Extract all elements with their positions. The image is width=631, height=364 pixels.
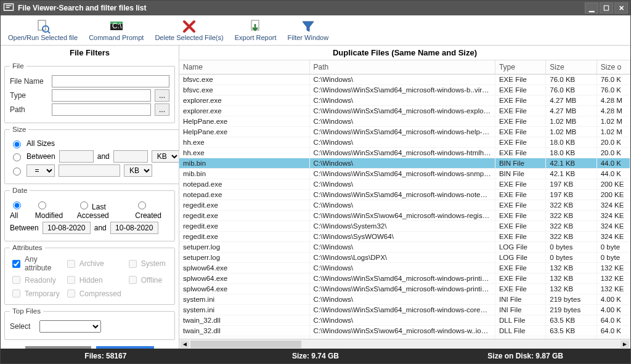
close-button[interactable]: ✕ — [614, 2, 628, 14]
size-cmp-select[interactable]: = — [26, 164, 55, 177]
archive-label: Archive — [79, 259, 104, 268]
date-modified-radio[interactable] — [38, 201, 46, 209]
all-sizes-radio[interactable] — [13, 140, 21, 148]
readonly-check[interactable] — [12, 276, 20, 284]
date-created-radio[interactable] — [138, 201, 146, 209]
horizontal-scrollbar[interactable]: ◄ ► — [179, 339, 630, 349]
any-attribute-check[interactable] — [12, 260, 20, 268]
scroll-track[interactable] — [190, 341, 619, 348]
table-row[interactable]: setuperr.logC:\Windows\LOG File0 bytes0 … — [179, 242, 630, 253]
temporary-check[interactable] — [12, 289, 20, 297]
date-accessed-radio[interactable] — [80, 201, 88, 209]
cell-path: C:\Windows\ — [309, 137, 495, 148]
size-cmp-radio[interactable] — [13, 168, 21, 176]
command-prompt-label: Command Prompt — [89, 34, 144, 41]
cell-disk: 44.0 K — [596, 158, 630, 169]
scroll-thumb[interactable] — [190, 341, 301, 348]
file-name-input[interactable] — [52, 75, 169, 87]
cell-size: 18.0 KB — [546, 148, 596, 158]
table-row[interactable]: splwow64.exeC:\Windows\WinSxS\amd64_micr… — [179, 273, 630, 284]
size-from-input[interactable] — [59, 150, 94, 163]
type-browse-button[interactable]: ... — [155, 89, 169, 102]
cell-type: EXE File — [495, 263, 545, 273]
size-unit-select-1[interactable]: KB — [152, 150, 179, 163]
cell-disk: 324 KE — [596, 232, 630, 242]
size-unit-select-2[interactable]: KB — [124, 164, 152, 177]
table-row[interactable]: bfsvc.exeC:\Windows\WinSxS\amd64_microso… — [179, 85, 630, 95]
open-run-button[interactable]: Open/Run Selected file — [4, 18, 81, 42]
cell-disk: 324 KE — [596, 221, 630, 232]
table-row[interactable]: system.iniC:\Windows\INI File219 bytes4.… — [179, 294, 630, 305]
cell-size: 322 KB — [546, 221, 596, 232]
maximize-button[interactable]: ☐ — [600, 2, 613, 14]
table-row[interactable]: mib.binC:\Windows\BIN File42.1 KB44.0 K — [179, 158, 630, 169]
cell-type: EXE File — [495, 148, 545, 158]
system-label: System — [141, 259, 166, 268]
funnel-icon — [301, 19, 316, 34]
delete-selected-label: Delete Selected File(s) — [155, 34, 223, 41]
size-to-input[interactable] — [113, 150, 148, 163]
col-size[interactable]: Size — [546, 60, 596, 75]
scroll-right-icon[interactable]: ► — [621, 341, 629, 348]
cell-type: INI File — [495, 294, 545, 305]
table-row[interactable]: notepad.exeC:\Windows\EXE File197 KB200 … — [179, 179, 630, 190]
cell-path: C:\Windows\WinSxS\amd64_microsoft-window… — [309, 169, 495, 179]
offline-check[interactable] — [129, 276, 137, 284]
path-input[interactable] — [52, 103, 151, 116]
date-from-input[interactable] — [43, 222, 91, 234]
cell-path: C:\Windows\WinSxS\amd64_microsoft-window… — [309, 85, 495, 95]
table-row[interactable]: twain_32.dllC:\Windows\WinSxS\wow64_micr… — [179, 326, 630, 336]
cell-type: EXE File — [495, 75, 545, 85]
col-name[interactable]: Name — [179, 60, 309, 75]
date-to-input[interactable] — [110, 222, 158, 234]
table-row[interactable]: regedit.exeC:\Windows\System32\EXE File3… — [179, 221, 630, 232]
cell-size: 76.0 KB — [546, 75, 596, 85]
path-browse-button[interactable]: ... — [155, 103, 169, 116]
table-row[interactable]: splwow64.exeC:\Windows\EXE File132 KB132… — [179, 263, 630, 273]
col-type[interactable]: Type — [495, 60, 545, 75]
table-wrap[interactable]: Name Path Type Size Size o bfsvc.exeC:\W… — [179, 60, 630, 339]
size-cmp-input[interactable] — [59, 164, 120, 177]
table-row[interactable]: twain_32.dllC:\Windows\DLL File63.5 KB64… — [179, 315, 630, 326]
filter-window-button[interactable]: Filter Window — [284, 18, 333, 42]
cell-type: LOG File — [495, 253, 545, 263]
col-size-disk[interactable]: Size o — [596, 60, 630, 75]
table-row[interactable]: hh.exeC:\Windows\EXE File18.0 KB20.0 K — [179, 137, 630, 148]
archive-check[interactable] — [67, 260, 75, 268]
export-report-button[interactable]: Export Report — [231, 18, 280, 42]
col-path[interactable]: Path — [309, 60, 495, 75]
cell-name: regedit.exe — [179, 211, 309, 221]
scroll-left-icon[interactable]: ◄ — [181, 341, 189, 348]
table-row[interactable]: explorer.exeC:\Windows\WinSxS\amd64_micr… — [179, 106, 630, 116]
table-row[interactable]: HelpPane.exeC:\Windows\WinSxS\amd64_micr… — [179, 127, 630, 137]
cell-path: C:\Windows\WinSxS\amd64_microsoft-window… — [309, 190, 495, 200]
compressed-check[interactable] — [67, 289, 75, 297]
table-row[interactable]: regedit.exeC:\Windows\WinSxS\wow64_micro… — [179, 211, 630, 221]
type-input[interactable] — [52, 89, 151, 102]
command-prompt-button[interactable]: C:\ Command Prompt — [85, 18, 147, 42]
table-row[interactable]: mib.binC:\Windows\WinSxS\amd64_microsoft… — [179, 169, 630, 179]
table-row[interactable]: HelpPane.exeC:\Windows\EXE File1.02 MB1.… — [179, 116, 630, 127]
date-between-label: Between — [10, 224, 39, 232]
cell-size: 42.1 KB — [546, 169, 596, 179]
table-row[interactable]: hh.exeC:\Windows\WinSxS\amd64_microsoft-… — [179, 148, 630, 158]
table-row[interactable]: system.iniC:\Windows\WinSxS\amd64_micros… — [179, 305, 630, 315]
table-row[interactable]: setuperr.logC:\Windows\Logs\DPX\LOG File… — [179, 253, 630, 263]
table-row[interactable]: notepad.exeC:\Windows\WinSxS\amd64_micro… — [179, 190, 630, 200]
date-all-radio[interactable] — [13, 201, 21, 209]
cell-type: EXE File — [495, 137, 545, 148]
table-row[interactable]: splwow64.exeC:\Windows\WinSxS\amd64_micr… — [179, 284, 630, 294]
table-row[interactable]: explorer.exeC:\Windows\EXE File4.27 MB4.… — [179, 95, 630, 106]
delete-selected-button[interactable]: Delete Selected File(s) — [151, 18, 227, 42]
table-row[interactable]: bfsvc.exeC:\Windows\EXE File76.0 KB76.0 … — [179, 75, 630, 85]
top-select[interactable] — [39, 320, 101, 333]
table-row[interactable]: regedit.exeC:\Windows\EXE File322 KB324 … — [179, 200, 630, 211]
cell-name: system.ini — [179, 294, 309, 305]
cell-type: EXE File — [495, 200, 545, 211]
system-check[interactable] — [129, 260, 137, 268]
size-between-radio[interactable] — [13, 153, 21, 161]
cell-path: C:\Windows\WinSxS\amd64_microsoft-window… — [309, 273, 495, 284]
minimize-button[interactable]: ▁ — [585, 2, 598, 14]
hidden-check[interactable] — [67, 276, 75, 284]
table-row[interactable]: regedit.exeC:\Windows\SysWOW64\EXE File3… — [179, 232, 630, 242]
